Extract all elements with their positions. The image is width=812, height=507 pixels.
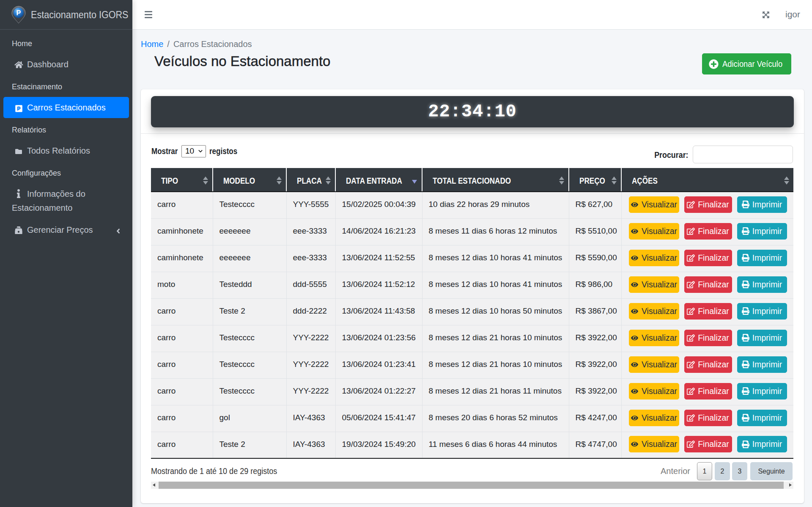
- svg-text:P: P: [16, 9, 21, 17]
